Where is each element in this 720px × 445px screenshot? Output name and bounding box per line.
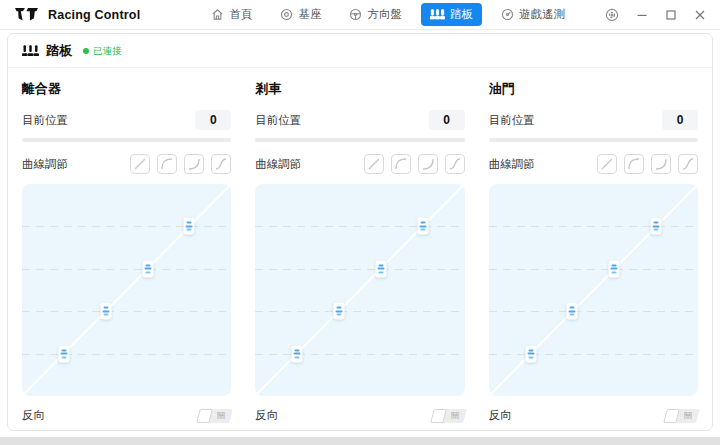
curve-handle[interactable]: [100, 303, 111, 320]
toggle-state-label: 關: [678, 409, 698, 423]
window-controls: [605, 8, 710, 22]
position-value: 0: [429, 110, 465, 130]
curve-handle[interactable]: [184, 218, 195, 235]
curve-preset-ease-in-button[interactable]: [651, 154, 671, 174]
pedal-name: 離合器: [22, 80, 231, 98]
panel-title: 踏板: [46, 42, 72, 60]
status-dot: [83, 48, 89, 54]
curve-handle[interactable]: [292, 345, 303, 362]
curve-handle[interactable]: [58, 345, 69, 362]
position-value: 0: [662, 110, 698, 130]
minimize-button[interactable]: [636, 9, 648, 21]
position-progressbar: [255, 138, 464, 142]
tab-steering-wheel[interactable]: 方向盤: [340, 3, 411, 26]
curve-preset-s-curve-button[interactable]: [445, 154, 465, 174]
maximize-button[interactable]: [665, 9, 677, 21]
window-bottom-edge: [0, 437, 720, 445]
curve-preset-ease-out-button[interactable]: [157, 154, 177, 174]
curve-label: 曲線調節: [489, 157, 535, 172]
curve-preset-s-curve-button[interactable]: [678, 154, 698, 174]
curve-preset-linear-button[interactable]: [597, 154, 617, 174]
curve-preset-linear-button[interactable]: [130, 154, 150, 174]
status-text: 已連接: [93, 45, 122, 58]
curve-label: 曲線調節: [255, 157, 301, 172]
base-icon: [280, 8, 293, 21]
reverse-toggle[interactable]: 關: [198, 409, 233, 423]
position-progressbar: [489, 138, 698, 142]
curve-chart[interactable]: [489, 184, 698, 396]
curve-preset-ease-out-button[interactable]: [391, 154, 411, 174]
tab-label: 踏板: [450, 7, 473, 22]
position-label: 目前位置: [22, 113, 68, 128]
curve-chart[interactable]: [255, 184, 464, 396]
response-line: [22, 184, 231, 396]
toggle-state-label: 關: [445, 409, 465, 423]
curve-chart[interactable]: [22, 184, 231, 396]
curve-preset-linear-button[interactable]: [364, 154, 384, 174]
close-button[interactable]: [694, 9, 706, 21]
reverse-toggle[interactable]: 關: [432, 409, 467, 423]
curve-preset-ease-out-button[interactable]: [624, 154, 644, 174]
tab-label: 基座: [298, 7, 321, 22]
curve-label: 曲線調節: [22, 157, 68, 172]
curve-handle[interactable]: [567, 303, 578, 320]
position-label: 目前位置: [255, 113, 301, 128]
curve-presets: [130, 154, 231, 174]
pedal-column-brake: 剎車 目前位置 0 曲線調節: [255, 70, 464, 423]
reverse-label: 反向: [22, 408, 45, 423]
curve-preset-ease-in-button[interactable]: [418, 154, 438, 174]
pedal-column-throttle: 油門 目前位置 0 曲線調節: [489, 70, 698, 423]
position-value: 0: [195, 110, 231, 130]
tab-home[interactable]: 首頁: [202, 3, 261, 26]
connection-status: 已連接: [83, 45, 122, 58]
response-line: [489, 184, 698, 396]
pedal-name: 剎車: [255, 80, 464, 98]
response-line: [255, 184, 464, 396]
pedals-icon: [22, 45, 39, 57]
curve-handle[interactable]: [609, 260, 620, 277]
home-icon: [211, 8, 224, 21]
curve-handle[interactable]: [651, 218, 662, 235]
pedals-panel: 踏板 已連接 離合器 目前位置 0 曲線調節: [7, 33, 713, 431]
tab-label: 首頁: [229, 7, 252, 22]
tab-base[interactable]: 基座: [271, 3, 330, 26]
reverse-label: 反向: [489, 408, 512, 423]
position-label: 目前位置: [489, 113, 535, 128]
curve-presets: [364, 154, 465, 174]
curve-handle[interactable]: [417, 218, 428, 235]
title-bar: Racing Control 首頁 基座 方向盤: [0, 0, 720, 30]
curve-handle[interactable]: [334, 303, 345, 320]
curve-handle[interactable]: [375, 260, 386, 277]
reverse-label: 反向: [255, 408, 278, 423]
tab-telemetry[interactable]: 遊戲遙測: [492, 3, 574, 26]
curve-preset-s-curve-button[interactable]: [211, 154, 231, 174]
settings-button[interactable]: [605, 8, 619, 22]
reverse-toggle[interactable]: 關: [665, 409, 700, 423]
panel-header: 踏板 已連接: [8, 34, 712, 68]
telemetry-icon: [501, 8, 514, 21]
toggle-state-label: 關: [211, 409, 231, 423]
curve-handle[interactable]: [525, 345, 536, 362]
pedal-column-clutch: 離合器 目前位置 0 曲線調節: [22, 70, 231, 423]
steering-wheel-icon: [349, 8, 362, 21]
pedal-name: 油門: [489, 80, 698, 98]
tab-label: 遊戲遙測: [519, 7, 565, 22]
curve-handle[interactable]: [142, 260, 153, 277]
pedal-columns: 離合器 目前位置 0 曲線調節: [8, 68, 712, 423]
thrustmaster-logo-icon: [14, 7, 40, 22]
curve-preset-ease-in-button[interactable]: [184, 154, 204, 174]
curve-presets: [597, 154, 698, 174]
pedals-icon: [430, 9, 445, 20]
main-nav: 首頁 基座 方向盤: [202, 3, 574, 26]
position-progressbar: [22, 138, 231, 142]
tab-pedals[interactable]: 踏板: [421, 3, 482, 26]
tab-label: 方向盤: [367, 7, 402, 22]
app-title: Racing Control: [48, 8, 140, 22]
